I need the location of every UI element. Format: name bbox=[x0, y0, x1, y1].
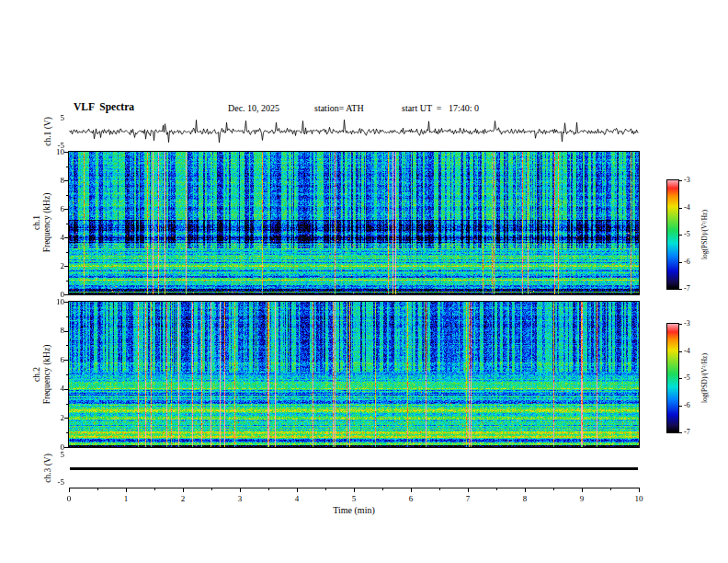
x-tick-mark bbox=[354, 488, 355, 492]
x-tick-mark bbox=[582, 488, 583, 492]
cb2-tick-label: -4 bbox=[684, 347, 690, 355]
spec2-ytick-minor bbox=[66, 374, 68, 375]
cb2-tick-mark bbox=[679, 351, 682, 352]
spec1-ytick-label: 2 bbox=[44, 261, 64, 270]
x-tick-minor bbox=[325, 488, 326, 490]
spec2-ytick-mark bbox=[64, 360, 68, 361]
x-tick-label: 0 bbox=[60, 494, 78, 503]
spec2-ytick-label: 10 bbox=[44, 297, 64, 306]
ch1-waveform-plot bbox=[69, 117, 639, 146]
x-tick-label: 9 bbox=[573, 494, 591, 503]
x-tick-label: 5 bbox=[345, 494, 363, 503]
cb2-tick-mark bbox=[679, 324, 682, 325]
spec1-ytick-mark bbox=[64, 266, 68, 267]
spec1-ytick-minor bbox=[66, 224, 68, 224]
x-tick-label: 4 bbox=[288, 494, 306, 503]
ch1-spectrogram-ylabel: ch.1 Frequency (kHz) bbox=[32, 193, 52, 253]
spec2-ytick-label: 8 bbox=[44, 326, 64, 335]
cb1-tick-label: -7 bbox=[684, 284, 690, 293]
x-tick-mark bbox=[126, 488, 127, 492]
figure-station: station= ATH bbox=[314, 103, 364, 113]
spec1-ytick-label: 6 bbox=[44, 204, 64, 213]
spec2-ytick-minor bbox=[66, 345, 68, 346]
spec1-ytick-minor bbox=[66, 195, 68, 196]
spec1-ytick-mark bbox=[64, 180, 68, 181]
ch2-spectrogram-ylabel-channel: ch.2 bbox=[32, 345, 42, 405]
colorbar-1-label: log(PSD)/(V²/Hz) bbox=[700, 210, 710, 259]
ch3-flat-trace bbox=[70, 467, 638, 470]
x-tick-label: 7 bbox=[459, 494, 477, 503]
x-tick-mark bbox=[297, 488, 298, 492]
spec1-ytick-mark bbox=[64, 237, 68, 238]
colorbar-1 bbox=[666, 179, 679, 290]
spec1-ytick-label: 8 bbox=[44, 176, 64, 185]
cb1-tick-label: -3 bbox=[684, 176, 690, 184]
cb1-tick-label: -5 bbox=[684, 230, 690, 238]
x-tick-minor bbox=[154, 488, 155, 490]
cb1-tick-label: -6 bbox=[684, 258, 690, 266]
x-tick-label: 2 bbox=[174, 494, 192, 503]
spec2-ytick-mark bbox=[64, 302, 68, 303]
spec2-ytick-label: 4 bbox=[44, 384, 64, 393]
cb2-tick-label: -5 bbox=[684, 373, 690, 382]
spec2-ytick-minor bbox=[66, 404, 68, 405]
x-tick-mark bbox=[240, 488, 241, 492]
spec1-ytick-mark bbox=[64, 152, 68, 153]
x-tick-mark bbox=[525, 488, 526, 492]
x-tick-minor bbox=[268, 488, 269, 490]
x-tick-minor bbox=[610, 488, 611, 490]
cb2-tick-label: -6 bbox=[684, 401, 690, 409]
x-tick-label: 1 bbox=[117, 494, 135, 503]
cb1-tick-mark bbox=[679, 289, 682, 290]
x-tick-mark bbox=[69, 488, 70, 492]
x-tick-label: 3 bbox=[231, 494, 249, 503]
x-tick-minor bbox=[211, 488, 212, 490]
cb1-tick-mark bbox=[679, 208, 682, 209]
cb1-tick-mark bbox=[679, 235, 682, 236]
spec1-ytick-mark bbox=[64, 294, 68, 295]
spec2-ytick-mark bbox=[64, 418, 68, 419]
x-tick-mark bbox=[468, 488, 469, 492]
spec2-ytick-label: 2 bbox=[44, 413, 64, 422]
spec1-ytick-minor bbox=[66, 281, 68, 282]
x-tick-mark bbox=[639, 488, 640, 492]
cb1-tick-label: -4 bbox=[684, 203, 690, 212]
ch1-spectrogram-ylabel-channel: ch.1 bbox=[32, 193, 42, 253]
ch3-ytick-label: 5 bbox=[44, 450, 64, 459]
spec2-ytick-minor bbox=[66, 432, 68, 433]
spec2-ytick-minor bbox=[66, 316, 68, 317]
cb1-tick-mark bbox=[679, 262, 682, 263]
spec2-ytick-mark bbox=[64, 389, 68, 390]
wave1-ytick-label: 5 bbox=[44, 113, 64, 122]
figure-title: VLF Spectra bbox=[74, 101, 134, 112]
wave1-ytick-label: -5 bbox=[44, 141, 64, 150]
x-tick-label: 10 bbox=[630, 494, 648, 503]
x-tick-minor bbox=[382, 488, 383, 490]
x-tick-minor bbox=[439, 488, 440, 490]
colorbar-2 bbox=[666, 323, 679, 433]
figure-start-ut: start UT = 17:40: 0 bbox=[402, 103, 479, 113]
spec1-ytick-label: 4 bbox=[44, 233, 64, 242]
x-tick-label: 6 bbox=[402, 494, 420, 503]
ch2-spectrogram-ylabel-frequency: Frequency (kHz) bbox=[42, 345, 52, 405]
x-tick-minor bbox=[496, 488, 497, 490]
ch1-spectrogram-ylabel-frequency: Frequency (kHz) bbox=[42, 193, 52, 253]
ch3-ytick-label: -5 bbox=[44, 477, 64, 487]
x-tick-minor bbox=[97, 488, 98, 490]
figure-date: Dec. 10, 2025 bbox=[228, 103, 279, 113]
x-tick-label: 8 bbox=[516, 494, 534, 503]
spec1-ytick-minor bbox=[66, 167, 68, 167]
cb2-tick-label: -7 bbox=[684, 428, 690, 436]
ch2-spectrogram-ylabel: ch.2 Frequency (kHz) bbox=[32, 345, 52, 405]
x-tick-mark bbox=[411, 488, 412, 492]
cb2-tick-mark bbox=[679, 432, 682, 433]
vlf-spectra-figure: VLF Spectra Dec. 10, 2025 station= ATH s… bbox=[0, 0, 728, 563]
colorbar-2-label: log(PSD)/(V²/Hz) bbox=[700, 353, 710, 403]
spec2-ytick-mark bbox=[64, 447, 68, 448]
ch1-spectrogram-plot bbox=[68, 151, 640, 295]
x-tick-mark bbox=[183, 488, 184, 492]
cb2-tick-mark bbox=[679, 378, 682, 379]
cb2-tick-label: -3 bbox=[684, 319, 690, 327]
x-axis-title: Time (min) bbox=[299, 505, 409, 515]
spec1-ytick-mark bbox=[64, 209, 68, 210]
